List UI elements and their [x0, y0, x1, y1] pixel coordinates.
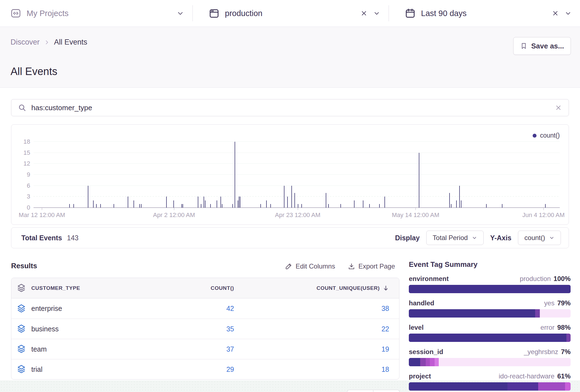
chart-x-axis: Mar 12 12:00 AMApr 2 12:00 AMApr 23 12:0…: [34, 208, 560, 221]
environment-filter-chevron-down-icon[interactable]: [373, 10, 380, 17]
tag-bar[interactable]: [409, 358, 571, 366]
tag-bar[interactable]: [409, 334, 571, 342]
search-clear-icon[interactable]: [555, 104, 562, 111]
tag-bar-segment[interactable]: [426, 358, 430, 366]
chart-bar: [301, 204, 302, 208]
tag-bar-segment[interactable]: [430, 358, 435, 366]
chart-bar: [232, 204, 233, 208]
chart-footer-panel: Total Events 143 Display Total Period Y-…: [11, 227, 569, 248]
date-range-filter-label: Last 90 days: [421, 9, 466, 18]
tag-name: handled: [409, 299, 434, 307]
chart-bar: [217, 200, 217, 208]
next-page-button[interactable]: [373, 390, 400, 392]
tag-top-value: yes: [544, 299, 555, 307]
x-tick-label: Apr 2 12:00 AM: [153, 212, 195, 219]
tag-bar-segment[interactable]: [566, 334, 571, 342]
chart-bar: [326, 193, 326, 208]
chart-bar: [461, 200, 461, 208]
chart-bar: [93, 200, 94, 208]
tag-bar-segment[interactable]: [540, 309, 571, 318]
table-row: enterprise4238: [11, 298, 399, 319]
global-filter-bar: My Projects production Last 90 days: [0, 0, 580, 27]
chart-bar: [451, 204, 451, 208]
stack-icon: [11, 284, 31, 293]
tag-bar-segment[interactable]: [435, 358, 439, 366]
tag-head: handledyes79%: [409, 299, 571, 307]
tag-bar-segment[interactable]: [409, 285, 571, 293]
chart-bar: [354, 200, 355, 208]
date-filter-chevron-down-icon[interactable]: [564, 10, 572, 17]
stack-icon: [11, 365, 31, 374]
chevron-down-icon: [472, 235, 477, 241]
breadcrumb-discover-link[interactable]: Discover: [11, 38, 40, 47]
chart-bar: [96, 204, 97, 208]
y-axis-label: Y-Axis: [490, 234, 511, 242]
date-filter-clear-icon[interactable]: [552, 10, 559, 17]
count-unique-user-value-link[interactable]: 22: [234, 325, 399, 333]
table-row: business3522: [11, 319, 399, 339]
environment-filter-clear-icon[interactable]: [360, 10, 368, 17]
total-events-value: 143: [67, 234, 79, 242]
count-unique-user-value-link[interactable]: 19: [234, 345, 399, 353]
chart-bar: [238, 200, 238, 208]
tag-top-value: production: [520, 275, 551, 283]
project-filter-chevron-down-icon[interactable]: [176, 9, 184, 17]
tag-name: environment: [409, 275, 449, 283]
chart-bar: [449, 193, 450, 208]
tag-bar-segment[interactable]: [565, 382, 571, 391]
tag-bar-segment[interactable]: [538, 382, 565, 391]
y-axis-dropdown[interactable]: count(): [518, 231, 561, 245]
chart-bar: [502, 204, 502, 208]
tag-bar[interactable]: [409, 309, 571, 318]
date-range-filter[interactable]: Last 90 days: [389, 8, 580, 19]
edit-columns-button[interactable]: Edit Columns: [285, 262, 335, 270]
tag-head: projectido-react-hardware61%: [409, 372, 571, 380]
chart-bar: [205, 200, 206, 208]
display-dropdown[interactable]: Total Period: [426, 231, 484, 245]
tag-bar-segment[interactable]: [409, 334, 566, 342]
tag-bar[interactable]: [409, 285, 571, 293]
chart-bar: [419, 153, 419, 208]
tag-bar-segment[interactable]: [535, 309, 540, 318]
environment-filter[interactable]: production: [193, 8, 389, 19]
chart-bar: [88, 186, 88, 208]
chart-bar: [270, 204, 271, 208]
count-value-link[interactable]: 35: [168, 325, 234, 333]
tag-bar-segment[interactable]: [409, 382, 507, 391]
column-header-customer-type[interactable]: CUSTOMER_TYPE: [31, 285, 168, 291]
y-tick-label: 18: [24, 138, 30, 145]
tag-bar-segment[interactable]: [409, 309, 535, 318]
chart-bar: [134, 200, 134, 208]
count-unique-user-value-link[interactable]: 38: [234, 305, 399, 313]
tag-bar-segment[interactable]: [420, 358, 426, 366]
tag-bar-segment[interactable]: [439, 358, 571, 366]
tag-head: environmentproduction100%: [409, 275, 571, 283]
count-unique-user-value-link[interactable]: 18: [234, 365, 399, 373]
previous-page-button[interactable]: [347, 390, 373, 392]
display-dropdown-value: Total Period: [433, 234, 468, 242]
tag-name: session_id: [409, 348, 443, 356]
column-header-count[interactable]: COUNT(): [168, 285, 234, 291]
tag-bar[interactable]: [409, 382, 571, 391]
chart-legend[interactable]: count(): [533, 132, 560, 139]
chart-bar: [379, 204, 380, 208]
count-value-link[interactable]: 29: [168, 365, 234, 373]
save-as-button[interactable]: Save as...: [513, 37, 571, 55]
chart-y-axis: 0369121518: [15, 142, 30, 208]
column-header-count-unique-user[interactable]: COUNT_UNIQUE(USER): [234, 285, 399, 292]
chart-bar: [384, 197, 385, 208]
export-page-button[interactable]: Export Page: [348, 262, 395, 270]
count-value-link[interactable]: 37: [168, 345, 234, 353]
chart-bar: [287, 197, 288, 208]
search-input[interactable]: [31, 104, 550, 112]
legend-dot-icon: [533, 134, 537, 138]
tag-bar-segment[interactable]: [507, 382, 538, 391]
project-filter[interactable]: My Projects: [0, 8, 193, 19]
table-body: enterprise4238business3522team3719trial2…: [11, 298, 399, 379]
count-value-link[interactable]: 42: [168, 305, 234, 313]
customer-type-value: team: [31, 345, 168, 353]
x-tick-label: Mar 12 12:00 AM: [19, 212, 65, 219]
tag-bar-segment[interactable]: [409, 358, 420, 366]
customer-type-value: business: [31, 325, 168, 333]
download-icon: [348, 263, 355, 270]
